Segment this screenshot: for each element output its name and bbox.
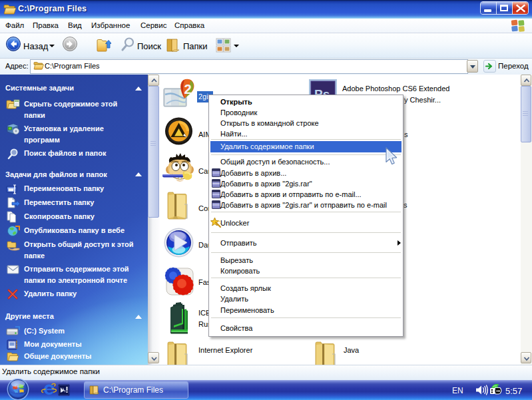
svg-text:2: 2 <box>184 82 191 97</box>
